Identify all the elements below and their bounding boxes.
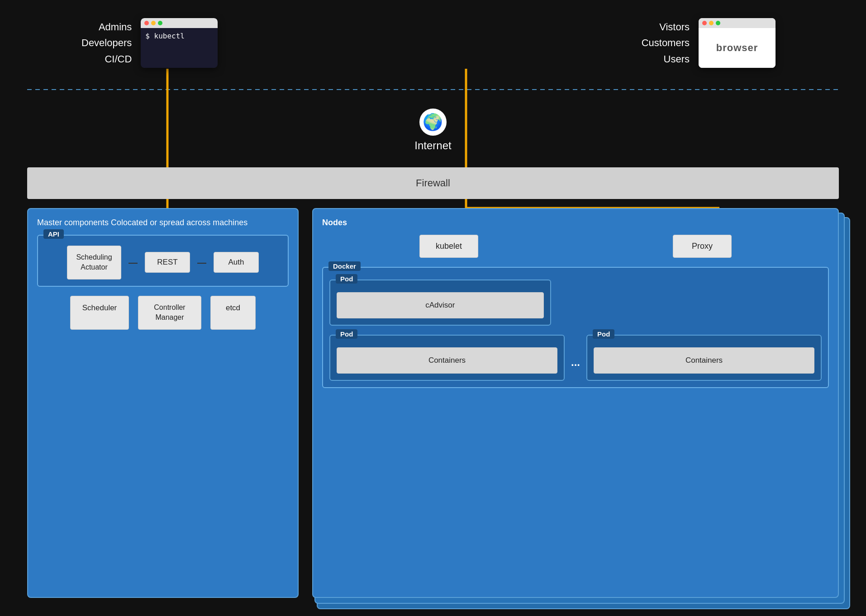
- browser-dot-yellow: [709, 21, 714, 25]
- admins-label: Admins: [81, 19, 132, 35]
- dot-red: [144, 21, 149, 25]
- node-main-panel: Nodes kubelet Proxy Docker Pod cAdvisor: [312, 208, 839, 598]
- cicd-label: CI/CD: [81, 51, 132, 67]
- kubectl-terminal: $ kubectl: [141, 18, 218, 68]
- rest-box: REST: [145, 252, 190, 273]
- browser-window: browser: [699, 18, 776, 68]
- docker-label: Docker: [328, 261, 361, 271]
- nodes-top-row: kubelet Proxy: [322, 235, 829, 258]
- browser-label: browser: [716, 42, 758, 54]
- right-actor-group: Vistors Customers Users browser: [642, 18, 776, 68]
- dot-green: [158, 21, 162, 25]
- pod-content-0: cAdvisor: [337, 292, 544, 318]
- terminal-body: $ kubectl: [141, 28, 218, 44]
- api-components: SchedulingActuator — REST — Auth: [44, 246, 281, 280]
- master-panel-title: Master components Colocated or spread ac…: [37, 218, 289, 227]
- scheduling-actuator-box: SchedulingActuator: [67, 246, 121, 280]
- auth-box: Auth: [214, 252, 259, 273]
- users-label: Users: [642, 51, 690, 67]
- cluster-area: Master components Colocated or spread ac…: [27, 208, 839, 598]
- kubectl-prompt: $ kubectl: [145, 32, 185, 40]
- diagram: Admins Developers CI/CD $ kubectl Vistor…: [0, 0, 866, 616]
- api-label: API: [43, 229, 64, 239]
- left-actor-labels: Admins Developers CI/CD: [81, 19, 132, 67]
- master-bottom-row: Scheduler ControllerManager etcd: [37, 296, 289, 330]
- scheduler-box: Scheduler: [70, 296, 129, 330]
- containers-box-1: Containers: [337, 347, 557, 374]
- cadvisor-box: cAdvisor: [337, 292, 544, 318]
- internet-text: Internet: [414, 139, 451, 152]
- pod-content-1: Containers: [337, 347, 557, 374]
- dash-sep-1: —: [128, 257, 138, 268]
- api-panel: API SchedulingActuator — REST — Auth: [37, 235, 289, 287]
- browser-dot-green: [716, 21, 720, 25]
- master-title-text: Master components: [37, 218, 109, 227]
- pod-label-1: Pod: [336, 329, 357, 339]
- visitors-label: Vistors: [642, 19, 690, 35]
- pod-label-0: Pod: [336, 274, 357, 284]
- browser-dot-red: [702, 21, 707, 25]
- internet-section: 🌍 Internet: [0, 90, 866, 170]
- proxy-box: Proxy: [673, 235, 732, 258]
- master-subtitle: Colocated or spread across machines: [111, 218, 247, 227]
- right-actor-labels: Vistors Customers Users: [642, 19, 690, 67]
- kubelet-box: kubelet: [419, 235, 478, 258]
- globe-icon: 🌍: [419, 109, 447, 136]
- docker-panel: Docker Pod cAdvisor Pod: [322, 267, 829, 388]
- pod-content-2: Containers: [594, 347, 814, 374]
- pods-bottom-row: Pod Containers ... Pod Containers: [329, 335, 822, 381]
- ellipsis: ...: [571, 335, 580, 381]
- pod-label-2: Pod: [593, 329, 614, 339]
- browser-body: browser: [699, 28, 776, 68]
- dot-yellow: [151, 21, 156, 25]
- nodes-area: Nodes kubelet Proxy Docker Pod cAdvisor: [312, 208, 839, 598]
- pod-cadvisor: Pod cAdvisor: [329, 280, 551, 326]
- left-actor-group: Admins Developers CI/CD $ kubectl: [81, 18, 218, 68]
- controller-manager-box: ControllerManager: [138, 296, 201, 330]
- dash-sep-2: —: [197, 257, 206, 268]
- developers-label: Developers: [81, 35, 132, 51]
- etcd-box: etcd: [210, 296, 256, 330]
- customers-label: Customers: [642, 35, 690, 51]
- nodes-title: Nodes: [322, 218, 829, 227]
- internet-label: 🌍 Internet: [414, 109, 451, 152]
- pod-containers-2: Pod Containers: [586, 335, 822, 381]
- firewall-bar: Firewall: [27, 167, 839, 199]
- browser-titlebar: [699, 18, 776, 28]
- master-panel: Master components Colocated or spread ac…: [27, 208, 299, 598]
- terminal-titlebar: [141, 18, 218, 28]
- pod-containers-1: Pod Containers: [329, 335, 565, 381]
- containers-box-2: Containers: [594, 347, 814, 374]
- firewall-label: Firewall: [416, 177, 450, 189]
- docker-content: Pod cAdvisor Pod Containers: [329, 280, 822, 381]
